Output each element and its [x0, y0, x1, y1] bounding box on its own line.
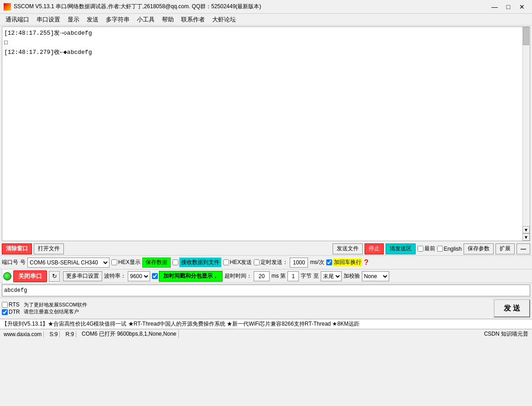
status-port: COM6 已打开 9600bps,8,1,None,None: [80, 330, 178, 338]
output-line1: [12:48:17.255]发→◇abcdefg: [4, 29, 521, 38]
timing-send-label[interactable]: 定时发送：: [254, 258, 288, 266]
ticker-bar: 【升级到V5.13.1】★合宙高性价比4G模块值得一试 ★RT-Thread中国…: [0, 319, 532, 329]
ms-label2: ms 第: [271, 272, 286, 280]
hex-send-checkbox[interactable]: [223, 259, 229, 265]
menu-bar: 通讯端口 串口设置 显示 发送 多字符串 小工具 帮助 联系作者 大虾论坛: [0, 14, 532, 26]
last-checkbox[interactable]: [417, 246, 423, 252]
english-label: English: [444, 246, 462, 252]
led-indicator: [3, 272, 11, 280]
menu-serial-settings[interactable]: 串口设置: [33, 15, 64, 25]
send-main-button[interactable]: 发 送: [494, 299, 530, 317]
title-bar-text: SSCOM V5.13.1 串口/网络数据调试器,作者:大虾丁丁,2618058…: [14, 3, 488, 11]
dtr-label[interactable]: DTR: [2, 309, 20, 315]
ticker-text: 【升级到V5.13.1】★合宙高性价比4G模块值得一试 ★RT-Thread中国…: [2, 320, 360, 328]
hex-send-text: HEX发送: [230, 258, 252, 266]
status-recv: R:9: [63, 331, 76, 337]
recv-file-checkbox[interactable]: [172, 259, 178, 265]
output-content: [12:48:17.255]发→◇abcdefg □ [12:48:17.279…: [2, 27, 530, 59]
close-button[interactable]: ✕: [516, 2, 528, 11]
status-bar: www.daxia.com S:9 R:9 COM6 已打开 9600bps,8…: [0, 329, 532, 339]
checksum-select[interactable]: None: [362, 271, 389, 281]
clear-window-button[interactable]: 清除窗口: [2, 243, 32, 254]
port-label-hao: 号: [20, 258, 26, 266]
recv-file-label[interactable]: 接收数据到文件: [172, 258, 221, 267]
maximize-button[interactable]: □: [502, 2, 515, 11]
clear-send-button[interactable]: 清发送区: [386, 243, 416, 254]
output-line3: [12:48:17.279]收←◆abcdefg: [4, 48, 521, 58]
timestamp-button[interactable]: 加时间戳和分包显示，: [159, 271, 223, 282]
menu-forum[interactable]: 大虾论坛: [209, 15, 240, 25]
timeout-label: 超时时间：: [224, 272, 252, 280]
recv-file-btn[interactable]: 接收数据到文件: [179, 258, 221, 267]
rts-dtr-area: RTS DTR: [2, 301, 20, 315]
timeout-input[interactable]: 20: [254, 271, 270, 281]
last-checkbox-label[interactable]: 最前: [417, 245, 435, 253]
open-port-button[interactable]: 关闭串口: [13, 270, 47, 282]
menu-comport[interactable]: 通讯端口: [2, 15, 33, 25]
byte-label: 字节 至: [301, 272, 318, 280]
menu-display[interactable]: 显示: [64, 15, 83, 25]
timing-send-text: 定时发送：: [261, 258, 288, 266]
scroll-end-btn[interactable]: ▼: [522, 233, 530, 241]
addcr-checkbox[interactable]: [326, 259, 332, 265]
minus-button[interactable]: —: [516, 243, 530, 254]
hex-display-checkbox[interactable]: [111, 259, 117, 265]
title-bar: SSCOM V5.13.1 串口/网络数据调试器,作者:大虾丁丁,2618058…: [0, 0, 532, 14]
send-btn-row: RTS DTR 为了更好地发展SSCOM软件 请您注册嘉立创结尾客户 发 送: [0, 298, 532, 319]
hex-display-label[interactable]: HEX显示: [111, 258, 141, 266]
port-label: 端口号: [2, 258, 18, 266]
timestamp-checkbox-label[interactable]: 加时间戳和分包显示，: [152, 271, 223, 282]
timing-send-checkbox[interactable]: [254, 259, 260, 265]
rts-label[interactable]: RTS: [2, 301, 20, 308]
addcr-label[interactable]: 加回车换行: [326, 258, 362, 266]
checksum-label: 加校验: [344, 272, 360, 280]
timing-value-input[interactable]: 1000: [290, 258, 308, 268]
status-csdn: CSDN 知识喵元普: [482, 330, 530, 338]
toolbar-row2: 端口号 号 COM6 USB-SERIAL CH340 HEX显示 保存数据 接…: [0, 256, 532, 269]
hex-send-label[interactable]: HEX发送: [223, 258, 252, 266]
english-checkbox-label[interactable]: English: [437, 246, 462, 252]
dtr-checkbox[interactable]: [2, 309, 8, 315]
promo-text: 为了更好地发展SSCOM软件 请您注册嘉立创结尾客户: [24, 301, 490, 316]
menu-send[interactable]: 发送: [83, 15, 102, 25]
dtr-text: DTR: [9, 309, 20, 315]
scrollbar-track[interactable]: ▼ ▼: [522, 27, 530, 241]
minimize-button[interactable]: —: [488, 2, 501, 11]
hex-display-text: HEX显示: [118, 258, 141, 266]
menu-contact[interactable]: 联系作者: [177, 15, 209, 25]
send-input-row: abcdefg: [0, 283, 532, 298]
scroll-down-btn[interactable]: ▼: [522, 226, 530, 233]
status-sent: S:9: [47, 331, 60, 337]
more-settings-button[interactable]: 更多串口设置: [63, 271, 102, 281]
promo-line2: 请您注册嘉立创结尾客户: [24, 308, 490, 315]
byte-input[interactable]: 1: [287, 271, 299, 281]
menu-tools[interactable]: 小工具: [133, 15, 158, 25]
scrollbar-thumb[interactable]: [523, 27, 529, 45]
stop-button[interactable]: 停止: [365, 243, 384, 254]
window-controls: — □ ✕: [488, 2, 528, 11]
toolbar-row1: 清除窗口 打开文件 发送文件 停止 清发送区 最前 English 保存参数 扩…: [0, 242, 532, 256]
open-file-button[interactable]: 打开文件: [34, 243, 64, 254]
baud-select[interactable]: 9600: [128, 271, 150, 281]
tail-select[interactable]: 末尾: [321, 271, 342, 281]
promo-line1: 为了更好地发展SSCOM软件: [24, 301, 490, 308]
refresh-button[interactable]: ↻: [49, 271, 60, 282]
english-checkbox[interactable]: [437, 246, 443, 252]
send-file-button[interactable]: 发送文件: [333, 243, 363, 254]
ms-label: ms/次: [310, 258, 324, 266]
send-text-input[interactable]: abcdefg: [2, 285, 530, 296]
menu-multistring[interactable]: 多字符串: [102, 15, 133, 25]
save-data-button[interactable]: 保存数据: [142, 258, 171, 268]
last-label: 最前: [424, 245, 435, 253]
port-select[interactable]: COM6 USB-SERIAL CH340: [27, 258, 110, 268]
save-params-button[interactable]: 保存参数: [464, 243, 494, 254]
output-area: [12:48:17.255]发→◇abcdefg □ [12:48:17.279…: [2, 26, 530, 241]
rts-text: RTS: [9, 301, 20, 308]
rts-checkbox[interactable]: [2, 302, 8, 308]
menu-help[interactable]: 帮助: [158, 15, 177, 25]
question-mark[interactable]: ?: [364, 258, 369, 267]
addcr-text: 加回车换行: [333, 258, 362, 266]
status-website: www.daxia.com: [2, 331, 44, 337]
expand-button[interactable]: 扩展: [495, 243, 515, 254]
timestamp-checkbox[interactable]: [152, 273, 158, 279]
